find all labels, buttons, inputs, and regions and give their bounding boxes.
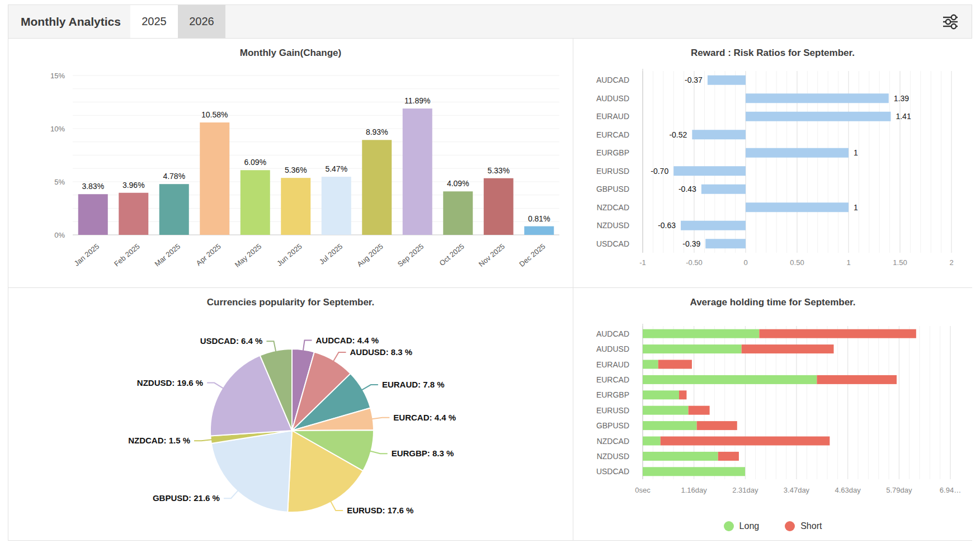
long-legend-label: Long bbox=[739, 521, 760, 531]
svg-text:USDCAD: USDCAD bbox=[596, 239, 629, 248]
legend-item-long[interactable]: Long bbox=[724, 521, 760, 531]
tab-2025[interactable]: 2025 bbox=[130, 5, 178, 38]
svg-text:1.41: 1.41 bbox=[896, 112, 911, 121]
svg-text:Jan 2025: Jan 2025 bbox=[73, 242, 101, 268]
panel-holding-time: Average holding time for September. 0sec… bbox=[573, 288, 972, 540]
svg-text:-0.43: -0.43 bbox=[679, 185, 696, 193]
svg-text:-1: -1 bbox=[639, 258, 646, 267]
long-legend-dot bbox=[724, 521, 734, 531]
risk-ratios-bar-chart[interactable]: -1-0.5000.5011.502AUDCAD-0.37AUDUSD1.39E… bbox=[573, 39, 972, 287]
svg-text:15%: 15% bbox=[50, 72, 65, 80]
svg-text:1: 1 bbox=[854, 203, 858, 212]
currency-popularity-pie-chart[interactable]: AUDCAD: 4.4 %AUDUSD: 8.3 %EURAUD: 7.8 %E… bbox=[8, 288, 573, 540]
svg-text:EURGBP: 8.3 %: EURGBP: 8.3 % bbox=[392, 448, 454, 458]
svg-text:EURCAD: EURCAD bbox=[596, 130, 629, 139]
svg-text:Jun 2025: Jun 2025 bbox=[275, 242, 304, 268]
svg-text:EURGBP: EURGBP bbox=[596, 148, 629, 157]
svg-text:AUDUSD: 8.3 %: AUDUSD: 8.3 % bbox=[350, 347, 412, 357]
svg-text:-0.37: -0.37 bbox=[685, 75, 703, 84]
svg-text:EURAUD: EURAUD bbox=[596, 112, 629, 121]
svg-text:10.58%: 10.58% bbox=[201, 110, 228, 119]
svg-text:EURCAD: EURCAD bbox=[596, 375, 629, 384]
svg-text:0sec: 0sec bbox=[635, 486, 651, 494]
svg-text:1: 1 bbox=[846, 258, 850, 267]
svg-text:May 2025: May 2025 bbox=[233, 242, 263, 269]
svg-text:-0.63: -0.63 bbox=[658, 221, 676, 230]
svg-text:AUDUSD: AUDUSD bbox=[596, 344, 629, 353]
svg-text:5.36%: 5.36% bbox=[285, 166, 307, 174]
tune-icon bbox=[942, 13, 959, 30]
svg-text:2: 2 bbox=[949, 258, 953, 267]
svg-text:Feb 2025: Feb 2025 bbox=[112, 242, 142, 268]
svg-text:EURUSD: EURUSD bbox=[596, 406, 629, 415]
svg-text:6.09%: 6.09% bbox=[244, 158, 266, 167]
year-tabs: 2025 2026 bbox=[130, 5, 225, 38]
monthly-gain-bar-chart[interactable]: 0%5%10%15%3.83%Jan 20253.96%Feb 20254.78… bbox=[8, 39, 573, 287]
svg-text:5.47%: 5.47% bbox=[325, 164, 347, 173]
svg-text:NZDCAD: NZDCAD bbox=[597, 437, 629, 446]
svg-text:NZDUSD: NZDUSD bbox=[597, 452, 629, 461]
svg-text:AUDCAD: AUDCAD bbox=[596, 329, 629, 338]
svg-text:NZDCAD: NZDCAD bbox=[597, 203, 629, 212]
svg-text:2.31day: 2.31day bbox=[732, 486, 758, 494]
svg-text:1.39: 1.39 bbox=[894, 94, 909, 103]
svg-text:8.93%: 8.93% bbox=[366, 127, 388, 136]
svg-text:GBPUSD: 21.6 %: GBPUSD: 21.6 % bbox=[153, 493, 220, 503]
holding-time-stacked-bar-chart[interactable]: 0sec1.16day2.31day3.47day4.63day5.79day6… bbox=[573, 288, 972, 540]
svg-text:3.96%: 3.96% bbox=[123, 181, 145, 190]
legend-item-short[interactable]: Short bbox=[785, 521, 822, 531]
svg-text:5%: 5% bbox=[54, 178, 65, 186]
svg-text:Sep 2025: Sep 2025 bbox=[396, 242, 425, 268]
svg-text:0.81%: 0.81% bbox=[528, 214, 550, 223]
svg-text:-0.39: -0.39 bbox=[682, 239, 700, 248]
svg-text:-0.50: -0.50 bbox=[686, 258, 703, 267]
svg-text:Dec 2025: Dec 2025 bbox=[517, 242, 546, 268]
chart-title-currency-popularity: Currencies popularity for September. bbox=[8, 297, 573, 308]
chart-title-monthly-gain: Monthly Gain(Change) bbox=[8, 48, 573, 59]
filter-button[interactable] bbox=[938, 10, 963, 34]
svg-text:EURAUD: EURAUD bbox=[596, 360, 629, 369]
svg-text:1.50: 1.50 bbox=[893, 258, 907, 267]
svg-text:11.89%: 11.89% bbox=[404, 96, 430, 105]
svg-text:NZDUSD: NZDUSD bbox=[597, 221, 629, 230]
svg-text:NZDUSD: 19.6 %: NZDUSD: 19.6 % bbox=[137, 378, 203, 388]
svg-text:-0.70: -0.70 bbox=[651, 167, 668, 176]
svg-text:Jul 2025: Jul 2025 bbox=[318, 242, 344, 266]
svg-text:0%: 0% bbox=[54, 231, 65, 239]
chart-title-holding-time: Average holding time for September. bbox=[573, 297, 972, 308]
charts-grid: Monthly Gain(Change) 0%5%10%15%3.83%Jan … bbox=[8, 39, 972, 540]
svg-text:3.47day: 3.47day bbox=[784, 486, 810, 494]
svg-text:Mar 2025: Mar 2025 bbox=[153, 242, 182, 268]
svg-text:6.94…: 6.94… bbox=[940, 486, 961, 494]
svg-text:Oct 2025: Oct 2025 bbox=[438, 242, 466, 267]
svg-text:4.63day: 4.63day bbox=[835, 486, 861, 494]
holding-time-legend: Long Short bbox=[573, 521, 972, 531]
analytics-dashboard: Monthly Analytics 2025 2026 Monthly Gain… bbox=[8, 4, 972, 541]
svg-text:Nov 2025: Nov 2025 bbox=[477, 242, 506, 268]
svg-text:EURAUD: 7.8 %: EURAUD: 7.8 % bbox=[382, 380, 445, 389]
tab-2026[interactable]: 2026 bbox=[178, 5, 225, 38]
panel-currency-popularity: Currencies popularity for September. AUD… bbox=[8, 288, 573, 540]
svg-text:EURCAD: 4.4 %: EURCAD: 4.4 % bbox=[393, 413, 456, 422]
svg-text:1.16day: 1.16day bbox=[681, 486, 708, 494]
svg-text:USDCAD: 6.4 %: USDCAD: 6.4 % bbox=[200, 336, 263, 346]
svg-text:GBPUSD: GBPUSD bbox=[596, 421, 629, 430]
svg-text:4.09%: 4.09% bbox=[447, 179, 469, 188]
svg-text:Apr 2025: Apr 2025 bbox=[195, 242, 223, 267]
svg-text:GBPUSD: GBPUSD bbox=[596, 185, 629, 193]
short-legend-label: Short bbox=[800, 521, 822, 531]
svg-text:10%: 10% bbox=[50, 125, 65, 133]
svg-text:NZDCAD: 1.5 %: NZDCAD: 1.5 % bbox=[128, 436, 190, 445]
svg-text:AUDCAD: AUDCAD bbox=[596, 75, 629, 84]
svg-text:-0.52: -0.52 bbox=[669, 130, 687, 139]
svg-text:AUDCAD: 4.4 %: AUDCAD: 4.4 % bbox=[315, 336, 379, 345]
page-title: Monthly Analytics bbox=[8, 15, 130, 29]
short-legend-dot bbox=[785, 521, 795, 531]
svg-text:AUDUSD: AUDUSD bbox=[596, 94, 629, 103]
svg-text:4.78%: 4.78% bbox=[163, 172, 185, 181]
svg-text:0.50: 0.50 bbox=[790, 258, 804, 267]
svg-text:0: 0 bbox=[743, 258, 747, 267]
svg-text:3.83%: 3.83% bbox=[82, 182, 104, 191]
svg-text:EURUSD: 17.6 %: EURUSD: 17.6 % bbox=[347, 506, 413, 515]
svg-text:Aug 2025: Aug 2025 bbox=[355, 242, 384, 268]
